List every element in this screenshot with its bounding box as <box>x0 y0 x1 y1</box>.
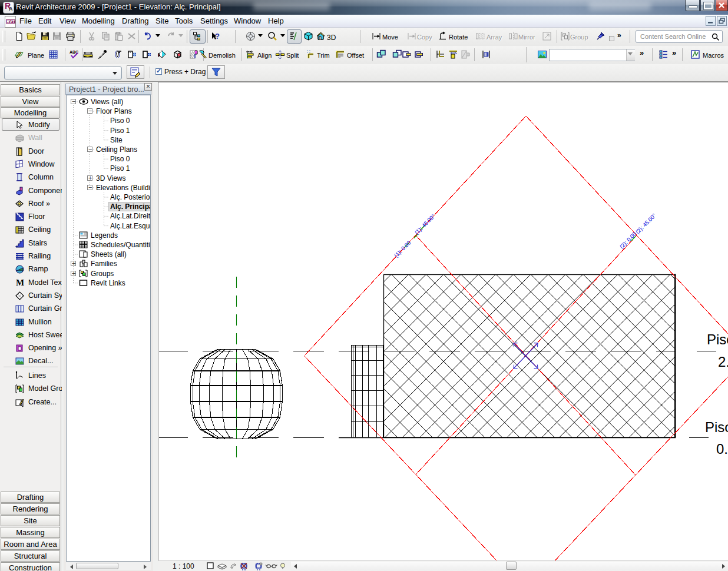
svg-text:M: M <box>16 278 24 287</box>
svg-text:2.: 2. <box>718 354 728 370</box>
svg-text:Piso: Piso <box>705 419 728 435</box>
svg-text:(1): 45.00°: (1): 45.00° <box>413 213 436 235</box>
svg-text:Piso: Piso <box>707 331 728 347</box>
svg-text:0.: 0. <box>716 441 728 457</box>
svg-text:(1): 0.00: (1): 0.00 <box>393 240 412 259</box>
svg-text:(2): 45.00°: (2): 45.00° <box>634 212 657 235</box>
svg-text:?: ? <box>215 32 220 41</box>
svg-text:(2): 0.00: (2): 0.00 <box>618 231 638 250</box>
